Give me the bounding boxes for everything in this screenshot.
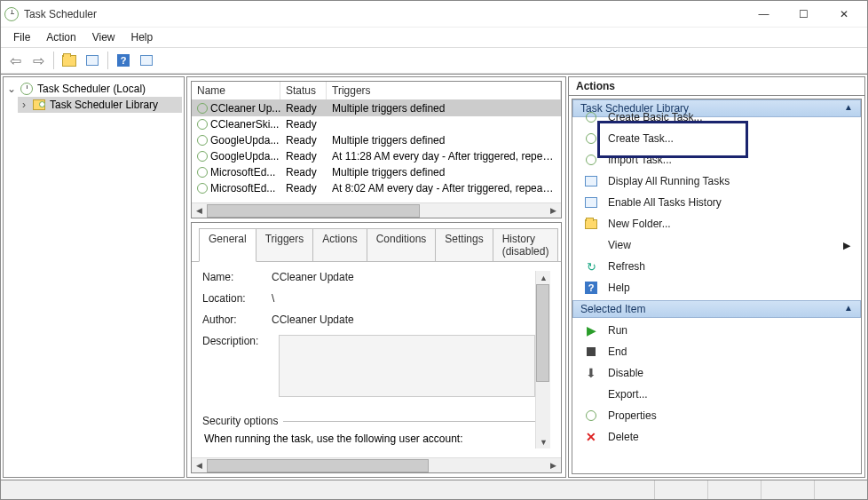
toolbar-separator [53, 52, 54, 69]
hscroll-thumb[interactable] [207, 459, 429, 472]
scroll-up-icon[interactable]: ▲ [536, 271, 551, 284]
tab-actions[interactable]: Actions [312, 228, 367, 261]
panel2-button[interactable] [136, 50, 157, 71]
action-disable[interactable]: ⬇Disable [572, 362, 861, 384]
task-row[interactable]: CCleaner Up...ReadyMultiple triggers def… [192, 100, 561, 116]
menu-action[interactable]: Action [39, 29, 83, 45]
tree-root-label: Task Scheduler (Local) [37, 83, 146, 95]
action-refresh[interactable]: ↻Refresh [572, 256, 861, 277]
collapse-icon: ▲ [844, 303, 853, 315]
action-label: Help [608, 282, 630, 294]
task-icon [197, 135, 208, 146]
description-box[interactable] [279, 335, 535, 397]
close-button[interactable]: ✕ [824, 2, 864, 27]
action-label: New Folder... [608, 218, 671, 230]
task-list-body: CCleaner Up...ReadyMultiple triggers def… [192, 100, 561, 202]
tab-triggers[interactable]: Triggers [256, 228, 314, 261]
action-create-task[interactable]: Create Task... [572, 128, 861, 149]
refresh-icon: ↻ [587, 260, 596, 274]
actions-body: Task Scheduler Library ▲ Create Basic Ta… [572, 99, 862, 474]
clock-icon [20, 82, 34, 96]
action-label: Create Task... [608, 132, 674, 145]
folder-up-icon [62, 55, 76, 67]
run-icon: ▶ [587, 323, 596, 337]
security-legend: Security options [202, 415, 283, 427]
vscroll-thumb[interactable] [536, 284, 549, 382]
col-name[interactable]: Name [192, 82, 280, 99]
panel-button[interactable] [82, 50, 103, 71]
task-name: CCleanerSki... [210, 118, 279, 131]
wizard-icon [586, 112, 596, 123]
action-run[interactable]: ▶Run [572, 320, 861, 341]
tree-expander[interactable]: › [20, 99, 28, 111]
action-label: Properties [608, 409, 657, 422]
action-view[interactable]: View▶ [572, 234, 861, 256]
menu-view[interactable]: View [85, 29, 122, 45]
tree-library[interactable]: › Task Scheduler Library [18, 97, 182, 113]
action-enable-all-tasks-history[interactable]: Enable All Tasks History [572, 192, 861, 213]
location-value: \ [272, 292, 535, 305]
actions-title: Actions [569, 77, 864, 96]
tab-history-disabled-[interactable]: History (disabled) [493, 228, 559, 261]
action-export[interactable]: Export... [572, 384, 861, 405]
action-help[interactable]: ?Help [572, 277, 861, 298]
col-triggers[interactable]: Triggers [327, 82, 561, 99]
end-icon [587, 347, 596, 356]
tree-root[interactable]: ⌄ Task Scheduler (Local) [5, 81, 182, 97]
action-end[interactable]: End [572, 341, 861, 362]
action-new-folder[interactable]: New Folder... [572, 213, 861, 234]
task-row[interactable]: MicrosoftEd...ReadyMultiple triggers def… [192, 164, 561, 180]
task-name: CCleaner Up... [210, 102, 280, 115]
tree-expander[interactable]: ⌄ [7, 83, 16, 95]
menu-file[interactable]: File [6, 29, 37, 45]
author-value: CCleaner Update [272, 313, 535, 326]
tree-library-label: Task Scheduler Library [50, 99, 158, 111]
scroll-left-icon[interactable]: ◀ [192, 459, 207, 472]
action-label: Display All Running Tasks [608, 175, 730, 187]
tree: ⌄ Task Scheduler (Local) › Task Schedule… [4, 77, 184, 116]
tab-settings[interactable]: Settings [435, 228, 493, 261]
scroll-down-icon[interactable]: ▼ [536, 435, 551, 448]
task-icon [197, 119, 208, 130]
task-row[interactable]: GoogleUpda...ReadyAt 11:28 AM every day … [192, 148, 561, 164]
action-create-basic-task[interactable]: Create Basic Task... [572, 107, 861, 128]
action-delete[interactable]: ✕Delete [572, 426, 861, 448]
actions-group-selected[interactable]: Selected Item ▲ [572, 300, 861, 318]
hscroll-thumb[interactable] [207, 204, 420, 218]
menu-help[interactable]: Help [124, 29, 161, 45]
scroll-left-icon[interactable]: ◀ [192, 204, 207, 218]
task-list: Name Status Triggers CCleaner Up...Ready… [191, 81, 562, 218]
task-row[interactable]: MicrosoftEd...ReadyAt 8:02 AM every day … [192, 180, 561, 196]
task-triggers: At 8:02 AM every day - After triggered, … [327, 181, 561, 195]
task-triggers: Multiple triggers defined [327, 133, 561, 147]
action-properties[interactable]: Properties [572, 405, 861, 426]
action-label: Run [608, 324, 627, 337]
up-folder-button[interactable] [59, 50, 80, 71]
maximize-button[interactable]: ☐ [784, 2, 824, 27]
tab-general[interactable]: General [199, 228, 256, 262]
details-vscroll[interactable]: ▲ ▼ [535, 271, 550, 448]
scroll-right-icon[interactable]: ▶ [546, 204, 561, 218]
task-row[interactable]: CCleanerSki...Ready [192, 116, 561, 132]
task-name: GoogleUpda... [210, 134, 279, 147]
task-triggers: At 11:28 AM every day - After triggered,… [327, 149, 561, 163]
forward-button[interactable]: ⇨ [28, 50, 49, 71]
workspace: ⌄ Task Scheduler (Local) › Task Schedule… [1, 74, 867, 480]
menubar: File Action View Help [1, 28, 867, 47]
scroll-right-icon[interactable]: ▶ [546, 459, 561, 472]
back-button[interactable]: ⇦ [4, 50, 26, 71]
task-icon [197, 167, 208, 178]
minimize-button[interactable]: — [744, 2, 784, 27]
task-list-hscroll[interactable]: ◀ ▶ [192, 202, 561, 218]
panel2-icon [140, 55, 153, 66]
task-row[interactable]: GoogleUpda...ReadyMultiple triggers defi… [192, 132, 561, 148]
help-button[interactable]: ? [113, 50, 134, 71]
tab-conditions[interactable]: Conditions [367, 228, 437, 261]
task-triggers [327, 117, 561, 131]
action-display-all-running-tasks[interactable]: Display All Running Tasks [572, 171, 861, 192]
forward-arrow-icon: ⇨ [33, 52, 44, 69]
action-import-task[interactable]: Import Task... [572, 149, 861, 171]
details-hscroll[interactable]: ◀ ▶ [192, 457, 561, 472]
task-name: GoogleUpda... [210, 150, 279, 163]
col-status[interactable]: Status [280, 82, 327, 99]
